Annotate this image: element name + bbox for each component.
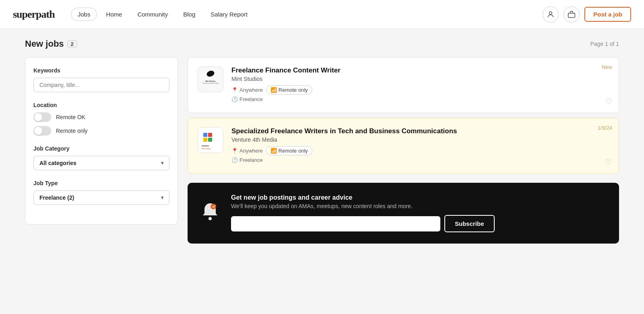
newsletter-subtitle: We'll keep you updated on AMAs, meetups,… — [231, 203, 606, 209]
svg-rect-9 — [208, 138, 212, 142]
newsletter-email-input[interactable] — [231, 216, 440, 231]
venture-logo: venture 4th media — [200, 130, 221, 151]
chevron-down-icon: ▾ — [161, 160, 163, 166]
user-icon — [547, 10, 555, 19]
remote-only-toggle[interactable] — [33, 126, 51, 136]
search-input[interactable] — [33, 78, 169, 92]
job-title-1: Freelance Finance Content Writer — [231, 66, 609, 74]
remote-ok-label: Remote OK — [56, 114, 85, 120]
toggle-knob-2 — [34, 127, 42, 135]
svg-point-0 — [549, 12, 552, 14]
notification-bell-icon — [200, 202, 220, 221]
job-meta-1: 📍 Anywhere 📶 Remote only — [231, 85, 609, 95]
location-meta-1: 📍 Anywhere — [231, 87, 263, 93]
main-nav: Jobs Home Community Blog Salary Report — [71, 8, 543, 21]
user-icon-button[interactable] — [543, 6, 559, 23]
svg-rect-6 — [203, 133, 207, 137]
newsletter-section: Get new job postings and career advice W… — [188, 183, 619, 244]
svg-point-12 — [208, 217, 212, 220]
remote-only-toggle-row: Remote only — [33, 126, 169, 136]
company-logo-2: venture 4th media — [198, 127, 223, 153]
toggle-knob — [34, 113, 42, 121]
post-job-button[interactable]: Post a job — [584, 7, 631, 22]
site-logo[interactable]: superpath — [13, 8, 55, 21]
filters-sidebar: Keywords Location Remote OK Remote only — [25, 57, 178, 225]
remote-ok-toggle[interactable] — [33, 112, 51, 122]
page-title: New jobs 2 — [25, 39, 77, 49]
svg-text:Mint Studios: Mint Studios — [205, 80, 216, 82]
remote-tag-1: 📶 Remote only — [266, 85, 312, 95]
save-job-button-2[interactable]: ♡ — [605, 157, 612, 167]
location-icon-2: 📍 — [231, 148, 238, 154]
job-info-2: Specialized Freelance Writers in Tech an… — [231, 127, 609, 165]
company-logo-1: Mint Studios Financial content worth rea… — [198, 66, 223, 92]
job-category-dropdown[interactable]: All categories ▾ — [33, 156, 169, 170]
job-type-label: Job Type — [33, 180, 169, 186]
svg-point-13 — [211, 204, 216, 209]
clock-icon-2: 🕐 — [231, 157, 238, 163]
wifi-icon: 📶 — [270, 87, 277, 93]
nav-item-home[interactable]: Home — [99, 8, 128, 21]
newsletter-form: Subscribe — [231, 215, 606, 232]
svg-text:venture: venture — [202, 145, 209, 147]
chevron-down-icon-2: ▾ — [161, 195, 163, 200]
svg-point-2 — [206, 70, 215, 78]
nav-item-jobs[interactable]: Jobs — [71, 8, 97, 21]
jobs-main: Mint Studios Financial content worth rea… — [188, 57, 619, 244]
nav-item-blog[interactable]: Blog — [177, 8, 202, 21]
job-info-1: Freelance Finance Content Writer Mint St… — [231, 66, 609, 104]
briefcase-icon-button[interactable] — [564, 6, 580, 23]
jobs-count-badge: 2 — [67, 40, 77, 48]
newsletter-content: Get new job postings and career advice W… — [231, 194, 606, 232]
save-job-button-1[interactable]: ♡ — [605, 97, 612, 106]
header-actions: Post a job — [543, 6, 631, 23]
job-badge-1: New — [602, 64, 612, 70]
job-badge-2: 1/9/24 — [598, 125, 612, 131]
mint-studios-logo: Mint Studios Financial content worth rea… — [199, 68, 222, 91]
job-card-1[interactable]: Mint Studios Financial content worth rea… — [188, 57, 619, 113]
pagination-label: Page 1 of 1 — [590, 41, 619, 47]
nav-item-community[interactable]: Community — [131, 8, 174, 21]
company-name-1: Mint Studios — [231, 76, 609, 82]
subscribe-button[interactable]: Subscribe — [444, 215, 495, 232]
location-icon: 📍 — [231, 87, 238, 93]
remote-tag-2: 📶 Remote only — [266, 146, 312, 155]
keywords-label: Keywords — [33, 67, 169, 74]
job-category-filter: Job Category All categories ▾ — [33, 145, 169, 170]
briefcase-icon — [568, 10, 576, 19]
keywords-filter: Keywords — [33, 67, 169, 92]
job-type-1: 🕐 Freelance — [231, 96, 263, 102]
jobs-list: Mint Studios Financial content worth rea… — [188, 57, 619, 244]
svg-text:Financial content worth readin: Financial content worth reading — [203, 83, 219, 84]
job-type-dropdown[interactable]: Freelance (2) ▾ — [33, 190, 169, 205]
job-category-label: Job Category — [33, 145, 169, 152]
svg-rect-1 — [568, 13, 575, 17]
clock-icon: 🕐 — [231, 96, 238, 102]
job-card-2[interactable]: venture 4th media Specialized Freelance … — [188, 118, 619, 174]
job-type-meta-1: 🕐 Freelance — [231, 96, 609, 102]
remote-only-label: Remote only — [56, 128, 88, 134]
svg-rect-8 — [203, 138, 207, 142]
location-filter: Location Remote OK Remote only — [33, 102, 169, 136]
remote-ok-toggle-row: Remote OK — [33, 112, 169, 122]
job-type-2: 🕐 Freelance — [231, 157, 263, 163]
svg-rect-7 — [208, 133, 212, 137]
location-meta-2: 📍 Anywhere — [231, 148, 263, 154]
wifi-icon-2: 📶 — [270, 148, 277, 154]
company-name-2: Venture 4th Media — [231, 136, 609, 143]
nav-item-salary-report[interactable]: Salary Report — [204, 8, 254, 21]
page-header: New jobs 2 Page 1 of 1 — [25, 39, 619, 49]
job-type-meta-2: 🕐 Freelance — [231, 157, 609, 163]
job-title-2: Specialized Freelance Writers in Tech an… — [231, 127, 609, 135]
job-meta-2: 📍 Anywhere 📶 Remote only — [231, 146, 609, 155]
location-label: Location — [33, 102, 169, 108]
job-type-filter: Job Type Freelance (2) ▾ — [33, 180, 169, 205]
svg-text:4th media: 4th media — [202, 147, 211, 150]
bell-icon — [200, 202, 220, 225]
newsletter-title: Get new job postings and career advice — [231, 194, 606, 201]
